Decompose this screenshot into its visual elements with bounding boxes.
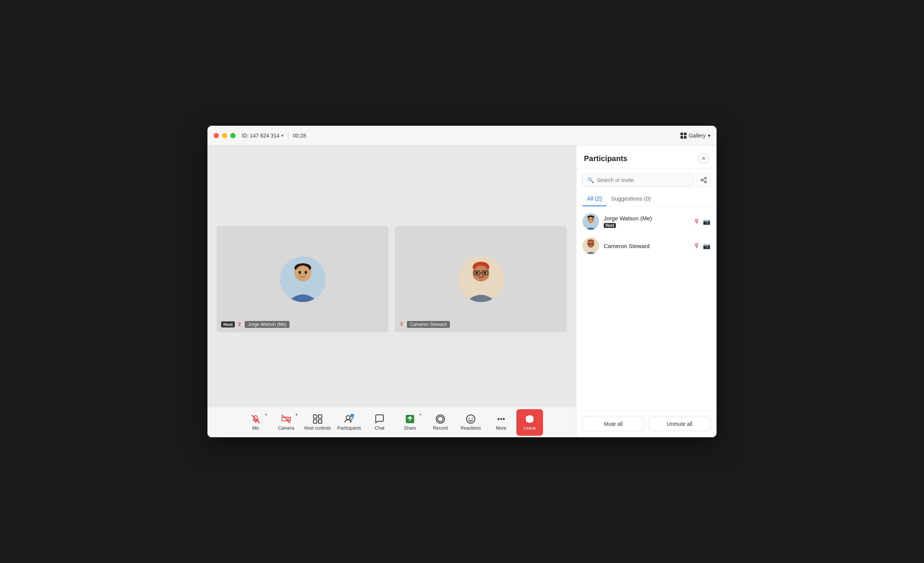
svg-point-4 xyxy=(299,271,301,274)
video-grid: Host 🎙 Jorge Watson (Me) xyxy=(207,145,576,407)
svg-point-24 xyxy=(346,416,350,419)
app-window: ID: 147 624 314 ▾ 00:28 Gallery ▾ xyxy=(207,126,717,437)
video-area: Host 🎙 Jorge Watson (Me) xyxy=(207,145,576,437)
p-icons-cameron: 🎙 📷 xyxy=(694,242,710,250)
tab-all[interactable]: All (2) xyxy=(582,191,606,206)
p-name-jorge: Jorge Watson (Me) xyxy=(604,215,689,221)
chat-button[interactable]: Chat xyxy=(364,409,395,436)
reactions-icon xyxy=(466,414,476,424)
chat-label: Chat xyxy=(375,425,384,431)
svg-rect-22 xyxy=(313,420,317,423)
svg-point-46 xyxy=(589,219,590,220)
more-icon xyxy=(496,414,506,424)
reactions-label: Reactions xyxy=(460,425,481,431)
panel-footer: Mute all Unmute all xyxy=(576,410,717,437)
close-panel-button[interactable]: ✕ xyxy=(698,153,709,164)
camera-button[interactable]: ▲ Camera xyxy=(271,409,301,436)
gallery-chevron: ▾ xyxy=(708,133,710,139)
search-icon: 🔍 xyxy=(587,177,594,183)
svg-point-36 xyxy=(503,418,505,420)
host-controls-label: Host controls xyxy=(304,425,331,431)
leave-button[interactable]: Leave xyxy=(516,409,543,436)
svg-point-30 xyxy=(438,416,443,422)
panel-header: Participants ✕ xyxy=(576,145,717,169)
avatar-jorge xyxy=(280,256,326,302)
svg-point-14 xyxy=(484,272,486,274)
gallery-button[interactable]: Gallery ▾ xyxy=(680,133,710,139)
tile-label-jorge: Host 🎙 Jorge Watson (Me) xyxy=(221,321,290,328)
svg-point-47 xyxy=(592,219,593,220)
search-box[interactable]: 🔍 xyxy=(582,174,694,187)
minimize-traffic-light[interactable] xyxy=(222,133,227,138)
p-avatar-cameron xyxy=(582,237,599,254)
p-cam-muted-cameron: 📷 xyxy=(703,242,710,250)
search-row: 🔍 xyxy=(576,169,717,191)
svg-point-5 xyxy=(305,271,307,274)
invite-share-button[interactable] xyxy=(697,173,710,187)
p-icons-jorge: 🎙 📷 xyxy=(694,218,710,225)
leave-icon xyxy=(525,414,535,424)
svg-line-18 xyxy=(282,415,290,423)
leave-label: Leave xyxy=(524,425,536,431)
svg-line-41 xyxy=(703,181,705,182)
reactions-button[interactable]: Reactions xyxy=(456,409,486,436)
svg-rect-23 xyxy=(318,420,322,423)
mute-icon-jorge: 🎙 xyxy=(237,321,242,327)
p-host-badge-jorge: Host xyxy=(604,223,616,228)
title-bar-divider xyxy=(288,132,288,139)
p-name-cameron: Cameron Steward xyxy=(604,243,689,249)
more-button[interactable]: More xyxy=(486,409,516,436)
svg-line-40 xyxy=(703,179,705,180)
camera-icon xyxy=(281,414,291,424)
share-invite-icon xyxy=(700,177,707,183)
mute-all-button[interactable]: Mute all xyxy=(582,417,644,431)
svg-point-31 xyxy=(467,415,475,423)
video-tile-cameron: 🎙 Cameron Steward xyxy=(395,226,567,332)
cameron-name-label: Cameron Steward xyxy=(407,321,450,328)
share-button[interactable]: ▲ Share xyxy=(395,409,425,436)
record-icon xyxy=(435,414,445,424)
svg-point-55 xyxy=(589,244,590,245)
mic-button[interactable]: ▲ Mic xyxy=(240,409,271,436)
tabs-row: All (2) Suggestions (0) xyxy=(576,191,717,206)
meeting-id[interactable]: ID: 147 624 314 ▾ xyxy=(242,133,283,139)
camera-label: Camera xyxy=(278,425,294,431)
unmute-all-button[interactable]: Unmute all xyxy=(649,417,711,431)
chat-icon xyxy=(375,414,384,424)
mic-label: Mic xyxy=(252,425,259,431)
p-mic-muted-jorge: 🎙 xyxy=(694,218,700,225)
gallery-label: Gallery xyxy=(689,133,706,139)
share-label: Share xyxy=(404,425,416,431)
svg-point-35 xyxy=(500,418,502,420)
svg-text:2: 2 xyxy=(351,415,353,418)
record-button[interactable]: Record xyxy=(425,409,456,436)
meeting-timer: 00:28 xyxy=(293,133,306,139)
close-traffic-light[interactable] xyxy=(214,133,219,138)
record-label: Record xyxy=(433,425,448,431)
svg-point-39 xyxy=(705,181,707,183)
tab-suggestions[interactable]: Suggestions (0) xyxy=(606,191,655,206)
camera-caret: ▲ xyxy=(295,412,298,416)
avatar-cameron xyxy=(458,256,504,302)
more-label: More xyxy=(496,425,506,431)
fullscreen-traffic-light[interactable] xyxy=(230,133,236,138)
svg-point-37 xyxy=(705,177,707,179)
participants-panel: Participants ✕ 🔍 xyxy=(576,145,717,437)
host-controls-button[interactable]: Host controls xyxy=(301,409,334,436)
participants-label: Participants xyxy=(337,425,361,431)
gallery-icon xyxy=(680,133,687,139)
toolbar: ▲ Mic ▲ xyxy=(207,407,576,437)
svg-point-33 xyxy=(472,418,473,419)
svg-point-56 xyxy=(592,244,593,245)
title-bar: ID: 147 624 314 ▾ 00:28 Gallery ▾ xyxy=(207,126,717,145)
svg-point-38 xyxy=(701,179,703,181)
main-content: Host 🎙 Jorge Watson (Me) xyxy=(207,145,717,437)
jorge-name-label: Jorge Watson (Me) xyxy=(245,321,290,328)
mute-icon-cameron: 🎙 xyxy=(399,321,405,327)
share-caret: ▲ xyxy=(419,412,422,416)
participants-icon: 2 xyxy=(344,414,354,424)
meeting-id-chevron: ▾ xyxy=(281,133,283,138)
participants-button[interactable]: 2 Participants xyxy=(334,409,364,436)
p-cam-muted-jorge: 📷 xyxy=(703,218,710,225)
search-input[interactable] xyxy=(597,177,689,183)
